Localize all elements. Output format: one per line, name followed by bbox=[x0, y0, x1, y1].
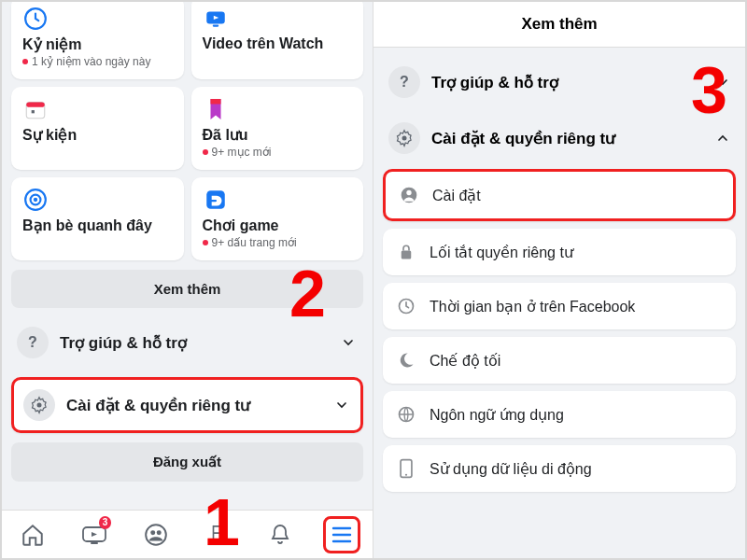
header-see-more: Xem thêm bbox=[374, 2, 745, 48]
status-dot bbox=[203, 240, 208, 245]
watch-tv-icon bbox=[203, 6, 229, 32]
tab-home[interactable] bbox=[14, 516, 51, 553]
card-title: Kỷ niệm bbox=[22, 35, 173, 53]
svg-rect-12 bbox=[91, 542, 98, 544]
card-sub: 9+ dấu trang mới bbox=[203, 236, 353, 249]
svg-rect-19 bbox=[402, 251, 412, 259]
tab-menu[interactable] bbox=[323, 516, 360, 553]
card-title: Bạn bè quanh đây bbox=[22, 217, 173, 234]
help-support-row[interactable]: ? Trợ giúp & hỗ trợ bbox=[383, 57, 736, 107]
hamburger-icon bbox=[331, 525, 353, 544]
svg-point-18 bbox=[406, 190, 411, 195]
chevron-up-icon bbox=[715, 131, 730, 146]
menu-pane-left: Kỷ niệm 1 kỷ niệm vào ngày này Video trê… bbox=[2, 2, 374, 558]
help-icon: ? bbox=[17, 327, 49, 358]
chevron-down-icon bbox=[715, 75, 730, 90]
item-mobile-data[interactable]: Sử dụng dữ liệu di động bbox=[383, 445, 736, 492]
gear-icon bbox=[23, 389, 55, 421]
bottom-tab-bar: 3 bbox=[2, 510, 373, 558]
item-label: Cài đặt bbox=[432, 187, 481, 204]
card-title: Video trên Watch bbox=[203, 35, 353, 52]
status-dot bbox=[203, 149, 208, 155]
row-label: Cài đặt & quyền riêng tư bbox=[66, 396, 334, 415]
svg-point-16 bbox=[402, 136, 407, 141]
shortcut-grid: Kỷ niệm 1 kỷ niệm vào ngày này Video trê… bbox=[2, 2, 373, 270]
item-label: Chế độ tối bbox=[430, 352, 500, 370]
gaming-icon bbox=[203, 187, 229, 213]
svg-point-10 bbox=[37, 403, 42, 408]
tab-flag[interactable] bbox=[200, 516, 237, 553]
gear-icon bbox=[388, 122, 420, 154]
svg-point-8 bbox=[34, 198, 37, 202]
settings-privacy-row[interactable]: Cài đặt & quyền riêng tư bbox=[11, 377, 363, 433]
card-watch[interactable]: Video trên Watch bbox=[191, 2, 364, 79]
card-saved[interactable]: Đã lưu 9+ mục mới bbox=[191, 87, 364, 170]
item-time-on-facebook[interactable]: Thời gian bạn ở trên Facebook bbox=[383, 283, 736, 329]
item-dark-mode[interactable]: Chế độ tối bbox=[383, 337, 736, 384]
see-more-button[interactable]: Xem thêm bbox=[11, 270, 363, 308]
help-support-row[interactable]: ? Trợ giúp & hỗ trợ bbox=[11, 317, 363, 368]
tab-notifications[interactable] bbox=[261, 516, 299, 553]
item-settings[interactable]: Cài đặt bbox=[383, 169, 736, 221]
card-gaming[interactable]: Chơi game 9+ dấu trang mới bbox=[191, 177, 364, 260]
tab-watch[interactable]: 3 bbox=[76, 516, 113, 553]
card-sub: 1 kỷ niệm vào ngày này bbox=[22, 55, 173, 68]
svg-rect-2 bbox=[212, 25, 218, 27]
chevron-down-icon bbox=[341, 335, 358, 350]
phone-icon bbox=[396, 458, 416, 479]
clock-icon bbox=[396, 296, 416, 316]
card-title: Sự kiện bbox=[22, 126, 173, 144]
item-label: Lối tắt quyền riêng tư bbox=[430, 244, 573, 261]
row-label: Trợ giúp & hỗ trợ bbox=[431, 73, 715, 92]
svg-point-13 bbox=[147, 525, 167, 545]
help-icon: ? bbox=[388, 66, 420, 98]
row-label: Trợ giúp & hỗ trợ bbox=[60, 333, 341, 353]
item-app-language[interactable]: Ngôn ngữ ứng dụng bbox=[383, 391, 736, 438]
moon-icon bbox=[396, 350, 416, 371]
bookmark-icon bbox=[203, 96, 229, 122]
card-nearby-friends[interactable]: Bạn bè quanh đây bbox=[11, 177, 184, 260]
card-sub: 9+ mục mới bbox=[203, 146, 353, 159]
settings-pane-right: Xem thêm ? Trợ giúp & hỗ trợ Cài đặt & q… bbox=[374, 2, 745, 558]
svg-point-14 bbox=[151, 530, 156, 535]
radar-icon bbox=[22, 187, 49, 213]
row-label: Cài đặt & quyền riêng tư bbox=[431, 129, 715, 148]
settings-privacy-row-expanded[interactable]: Cài đặt & quyền riêng tư bbox=[383, 113, 736, 163]
item-label: Sử dụng dữ liệu di động bbox=[430, 460, 592, 478]
svg-rect-5 bbox=[32, 110, 35, 113]
svg-point-15 bbox=[157, 530, 162, 535]
chevron-down-icon bbox=[334, 398, 351, 413]
card-memories[interactable]: Kỷ niệm 1 kỷ niệm vào ngày này bbox=[11, 2, 184, 79]
item-label: Ngôn ngữ ứng dụng bbox=[430, 406, 564, 424]
tab-groups[interactable] bbox=[137, 516, 175, 553]
card-title: Đã lưu bbox=[203, 126, 353, 144]
clock-icon bbox=[22, 6, 49, 32]
settings-submenu: Cài đặt Lối tắt quyền riêng tư Thời gian… bbox=[374, 169, 745, 501]
svg-rect-4 bbox=[26, 102, 45, 106]
item-label: Thời gian bạn ở trên Facebook bbox=[430, 298, 635, 315]
card-events[interactable]: Sự kiện bbox=[11, 87, 184, 170]
person-circle-icon bbox=[399, 185, 419, 205]
status-dot bbox=[22, 59, 28, 64]
calendar-icon bbox=[22, 96, 49, 122]
lock-icon bbox=[396, 242, 416, 262]
badge-count: 3 bbox=[99, 516, 112, 529]
svg-point-23 bbox=[405, 474, 407, 476]
card-title: Chơi game bbox=[203, 217, 353, 234]
logout-button[interactable]: Đăng xuất bbox=[11, 442, 363, 482]
item-privacy-shortcuts[interactable]: Lối tắt quyền riêng tư bbox=[383, 229, 736, 275]
globe-icon bbox=[396, 404, 416, 425]
